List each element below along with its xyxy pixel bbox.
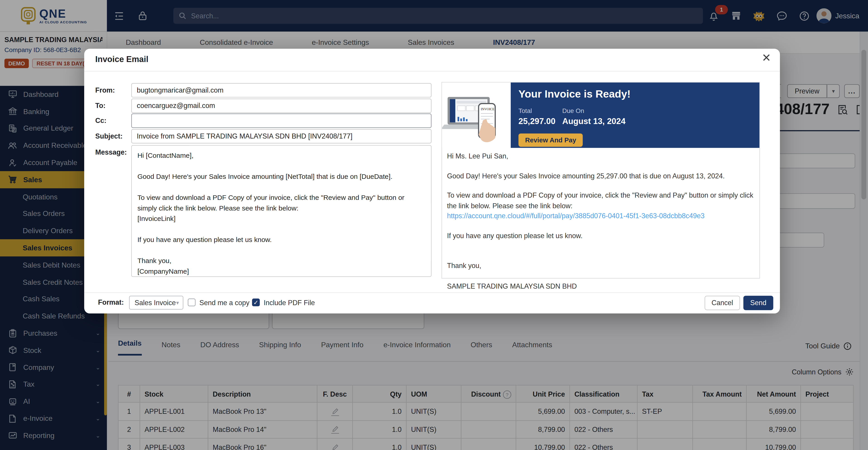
- subject-label: Subject:: [95, 132, 123, 140]
- cc-field[interactable]: [131, 114, 432, 128]
- send-me-a-copy-checkbox[interactable]: [188, 298, 195, 306]
- modal-footer: Format: Sales Invoice ▾ Send me a copy ✓…: [84, 293, 780, 314]
- modal-title: Invoice Email: [95, 54, 149, 64]
- from-label: From:: [95, 87, 115, 94]
- preview-closing: Thank you,: [447, 262, 481, 269]
- svg-text:INVOICE: INVOICE: [481, 107, 494, 111]
- message-field[interactable]: Hi [ContactName], Good Day! Here's your …: [131, 145, 432, 277]
- format-select[interactable]: Sales Invoice ▾: [129, 296, 183, 310]
- invoice-email-modal: Invoice Email ✕ From: To: Cc: Subject: M…: [84, 49, 780, 314]
- chevron-down-icon: ▾: [176, 300, 179, 306]
- total-label: Total: [519, 107, 532, 114]
- email-body-preview: Hi Ms. Lee Pui San, Good Day! Here's you…: [447, 151, 754, 291]
- invoice-ready-banner: Your Invoice is Ready! Total Due On 25,2…: [511, 83, 760, 148]
- send-me-a-copy-label: Send me a copy: [199, 299, 249, 307]
- from-field[interactable]: [131, 83, 432, 98]
- invoice-portal-link[interactable]: https://account.qne.cloud/#/full/portal/…: [447, 211, 705, 221]
- cancel-button[interactable]: Cancel: [705, 296, 740, 310]
- due-on-label: Due On: [562, 107, 584, 114]
- include-pdf-label: Include PDF File: [264, 299, 315, 307]
- total-value: 25,297.00: [519, 116, 555, 126]
- message-label: Message:: [95, 149, 127, 156]
- app-viewport: QNE AI CLOUD ACCOUNTING 1: [0, 0, 868, 450]
- cc-label: Cc:: [95, 117, 106, 125]
- due-on-value: August 13, 2024: [562, 116, 625, 126]
- preview-paragraph-3: If you have any question please let us k…: [447, 231, 754, 241]
- to-field[interactable]: [131, 99, 432, 113]
- email-banner: INVOICE Your Invoice is Ready! Total Due…: [442, 83, 759, 148]
- preview-signature: SAMPLE TRADING MALAYSIA SDN BHD: [447, 282, 577, 290]
- preview-greeting: Hi Ms. Lee Pui San,: [447, 151, 754, 161]
- email-preview-pane: INVOICE Your Invoice is Ready! Total Due…: [441, 82, 760, 279]
- close-icon[interactable]: ✕: [762, 52, 771, 63]
- modal-header-divider: [84, 71, 780, 71]
- send-button[interactable]: Send: [743, 296, 773, 310]
- review-and-pay-button[interactable]: Review And Pay: [519, 133, 583, 147]
- include-pdf-checkbox[interactable]: ✓: [252, 298, 260, 306]
- preview-paragraph-1: Good Day! Here's your Sales Invoice amou…: [447, 171, 754, 181]
- to-label: To:: [95, 102, 105, 109]
- laptop-phone-illustration: INVOICE: [442, 83, 510, 148]
- preview-paragraph-2: To view and download a PDF Copy of your …: [447, 191, 754, 211]
- banner-heading: Your Invoice is Ready!: [519, 88, 630, 100]
- format-label: Format:: [98, 298, 124, 306]
- subject-field[interactable]: [131, 129, 432, 143]
